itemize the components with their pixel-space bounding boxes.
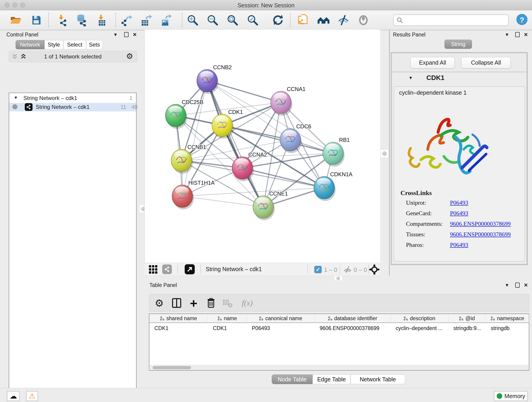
birds-eye-grid-icon[interactable] (149, 265, 158, 274)
tab-node-table[interactable]: Node Table (272, 375, 312, 384)
cell-namespace[interactable]: stringdb (486, 323, 529, 333)
column-header-database-identifier[interactable]: database identifier (315, 314, 391, 323)
column-header-canonical-name[interactable]: canonical name (247, 314, 315, 323)
cell-description[interactable]: cyclin–dependent ... (391, 323, 448, 333)
gear-icon[interactable]: ⚙ (126, 51, 133, 61)
node-CDC25B[interactable] (165, 104, 187, 129)
crosslink-pharos-link[interactable]: P06493 (450, 242, 468, 249)
export-table-icon (141, 14, 152, 26)
network-canvas[interactable]: CCNB2CCNA1CDC25BCDK1CDC6RB1CCNB1CCNA2CDK… (145, 30, 380, 263)
close-panel-icon[interactable]: × (524, 283, 528, 287)
tab-network-table[interactable]: Network Table (351, 375, 405, 384)
show-panel-button[interactable] (356, 13, 371, 27)
selected-checkbox[interactable]: ✓ (314, 266, 322, 273)
string-home-button[interactable] (316, 13, 331, 27)
open-session-button[interactable] (8, 13, 23, 27)
show-columns-icon[interactable] (170, 297, 183, 309)
zoom-fit-button[interactable] (225, 13, 240, 27)
export-table-button[interactable] (139, 13, 154, 27)
close-panel-icon[interactable]: × (524, 32, 528, 37)
export-image-button[interactable] (159, 13, 174, 27)
tab-sets[interactable]: Sets (86, 40, 103, 49)
import-network-file-button[interactable] (55, 13, 70, 27)
table-gear-icon[interactable]: ⚙ (153, 297, 166, 309)
tab-string[interactable]: String (444, 40, 472, 49)
add-column-icon[interactable]: + (187, 297, 200, 309)
tab-select[interactable]: Select (63, 40, 86, 49)
refresh-view-button[interactable] (271, 13, 285, 27)
clone-network-button[interactable] (296, 13, 310, 27)
panel-menu-icon[interactable]: ▼ (505, 283, 509, 288)
node-CDC6[interactable] (280, 128, 302, 153)
edge-ccnb2-hist1h1a[interactable] (182, 81, 207, 196)
right-splitter-handle[interactable] (380, 149, 389, 158)
toolbar-search-field[interactable] (393, 14, 509, 26)
horizontal-splitter-handle[interactable] (334, 276, 342, 281)
edge-ccne1-hist1h1a[interactable] (182, 196, 263, 207)
float-panel-icon[interactable] (515, 32, 520, 37)
node-CDK1[interactable] (212, 114, 234, 139)
crosslink-label: Tissues: (406, 231, 425, 238)
edge-ccnb2-ccne1[interactable] (207, 81, 263, 207)
node-CCNE1[interactable] (253, 196, 275, 220)
hide-panel-button[interactable] (336, 13, 351, 27)
toolbar-separator (290, 13, 291, 27)
zoom-selected-button[interactable] (245, 13, 260, 27)
crosshair-icon[interactable] (369, 264, 380, 274)
panel-menu-icon[interactable]: ▼ (505, 32, 509, 37)
cloud-status-button[interactable]: ☁ (7, 391, 20, 401)
warnings-button[interactable]: ⚠ (26, 391, 38, 401)
delete-column-icon[interactable] (205, 297, 217, 309)
close-panel-icon[interactable]: × (133, 32, 137, 37)
cell-shared-name[interactable]: CDK1 (149, 323, 208, 333)
network-collection-row[interactable]: ▼ String Network – cdk1 1 (9, 95, 136, 103)
import-table-file-button[interactable] (94, 13, 109, 27)
node-CCNB2[interactable] (197, 70, 219, 94)
string-style-button[interactable] (162, 264, 172, 274)
column-header-@id[interactable]: @id (448, 314, 486, 323)
clear-table-icon[interactable] (221, 297, 234, 309)
function-builder-icon[interactable]: f(x) (239, 297, 255, 309)
hidden-node-edge-counts: 0 – 0 (354, 266, 367, 274)
save-session-button[interactable] (29, 13, 44, 27)
entry-collapse-icon[interactable]: ▼ (409, 75, 413, 80)
cell-database-identifier[interactable]: 9606.ENSP00000378699 (315, 323, 391, 333)
cell-canonical-name[interactable]: P06493 (247, 323, 315, 333)
node-CCNA1[interactable] (271, 91, 292, 116)
tab-edge-table[interactable]: Edge Table (312, 375, 351, 384)
help-button[interactable]: ? (516, 14, 527, 25)
selected-node-edge-counts: 1 – 0 (324, 266, 337, 274)
column-header-name[interactable]: name (208, 314, 247, 323)
tab-style[interactable]: Style (44, 40, 63, 49)
edge-cdk1-rb1[interactable] (222, 125, 333, 153)
crosslink-genecard-link[interactable]: P06493 (450, 210, 468, 217)
column-header-shared-name[interactable]: shared name (149, 314, 208, 323)
zoom-out-button[interactable] (205, 13, 220, 27)
scrollbar-thumb[interactable] (152, 366, 191, 369)
open-in-window-button[interactable] (185, 264, 195, 274)
column-header-namespace[interactable]: namespace (486, 314, 529, 323)
import-network-from-database-button[interactable] (74, 13, 89, 27)
column-header-description[interactable]: description (391, 314, 448, 323)
crosslink-uniprot-link[interactable]: P06493 (450, 199, 468, 206)
float-panel-icon[interactable] (515, 283, 520, 288)
table-horizontal-scrollbar[interactable] (150, 365, 528, 370)
memory-button[interactable]: Memory (494, 391, 528, 401)
cell-name[interactable]: CDK1 (208, 323, 247, 333)
node-RB1[interactable] (323, 142, 345, 167)
collapse-all-button[interactable]: Collapse All (461, 57, 511, 69)
float-panel-icon[interactable] (124, 32, 128, 37)
export-network-button[interactable] (120, 13, 135, 27)
cell-@id[interactable]: stringdb:9... (448, 323, 486, 333)
network-row-selected[interactable]: String Network – cdk1 11 48 (9, 103, 136, 111)
node-CDKN1A[interactable] (314, 177, 336, 201)
zoom-in-button[interactable] (185, 13, 200, 27)
node-HIST1H1A[interactable] (172, 185, 194, 210)
crosslink-tissues-link[interactable]: 9606.ENSP00000378699 (450, 231, 511, 238)
search-input[interactable] (405, 16, 506, 24)
panel-menu-icon[interactable]: ▼ (113, 32, 118, 37)
expand-all-button[interactable]: Expand All (410, 57, 455, 69)
collection-expand-icon[interactable]: ▼ (14, 95, 18, 100)
crosslink-compartments-link[interactable]: 9606.ENSP00000378699 (450, 220, 511, 227)
tab-network[interactable]: Network (16, 40, 44, 49)
